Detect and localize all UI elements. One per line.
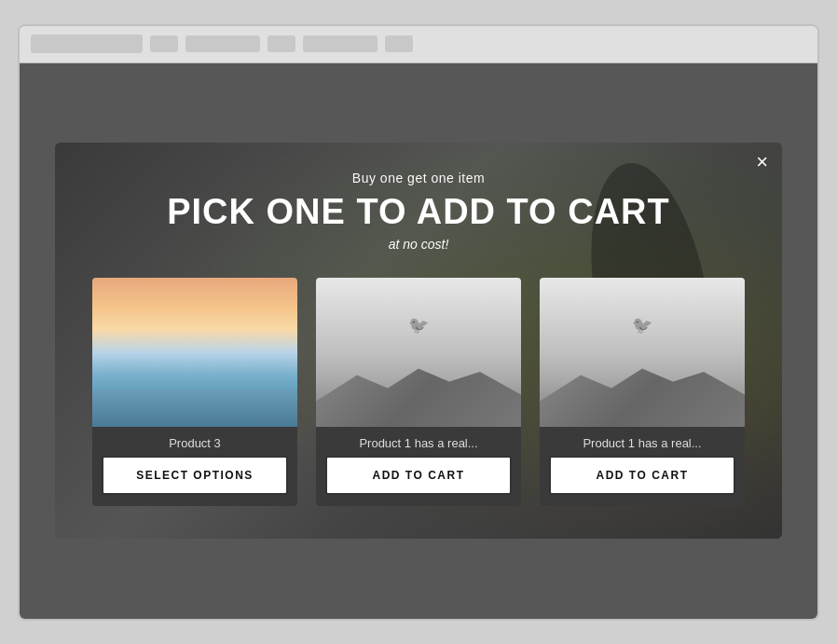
- page-content: × Buy one get one item PICK ONE TO ADD T…: [20, 63, 817, 619]
- modal-overlay: × Buy one get one item PICK ONE TO ADD T…: [20, 63, 817, 619]
- nav-block-1: [185, 35, 260, 52]
- modal-dialog: × Buy one get one item PICK ONE TO ADD T…: [55, 143, 782, 540]
- product-name-1b: Product 1 has a real...: [540, 427, 745, 456]
- browser-window: × Buy one get one item PICK ONE TO ADD T…: [18, 24, 819, 621]
- product-image-3: [92, 278, 297, 427]
- modal-tagline: at no cost!: [83, 237, 754, 252]
- product-card-1a: 🐦 Product 1 has a real... ADD TO CART: [316, 278, 521, 506]
- menu-block-1: [150, 35, 178, 52]
- product-name-3: Product 3: [92, 427, 297, 456]
- menu-block-2: [268, 35, 295, 52]
- nav-block-2: [303, 35, 377, 52]
- product-image-1a: 🐦: [316, 278, 521, 427]
- product-card-3: Product 3 SELECT OPTIONS: [92, 278, 297, 506]
- modal-content: Buy one get one item PICK ONE TO ADD TO …: [83, 171, 754, 507]
- bird-icon-1: 🐦: [408, 315, 429, 336]
- modal-title: PICK ONE TO ADD TO CART: [83, 193, 754, 232]
- add-to-cart-button-2[interactable]: ADD TO CART: [549, 456, 735, 495]
- modal-close-button[interactable]: ×: [756, 152, 768, 172]
- products-grid: Product 3 SELECT OPTIONS 🐦 Product 1 has…: [83, 278, 754, 506]
- add-to-cart-button-1[interactable]: ADD TO CART: [325, 456, 512, 495]
- select-options-button[interactable]: SELECT OPTIONS: [102, 456, 288, 495]
- modal-subtitle: Buy one get one item: [83, 171, 754, 185]
- browser-toolbar: [20, 26, 817, 63]
- address-bar: [31, 34, 143, 53]
- menu-block-3: [385, 35, 413, 52]
- product-card-1b: 🐦 Product 1 has a real... ADD TO CART: [540, 278, 745, 506]
- bird-icon-2: 🐦: [632, 315, 652, 336]
- product-name-1a: Product 1 has a real...: [316, 427, 521, 456]
- product-image-1b: 🐦: [540, 278, 745, 427]
